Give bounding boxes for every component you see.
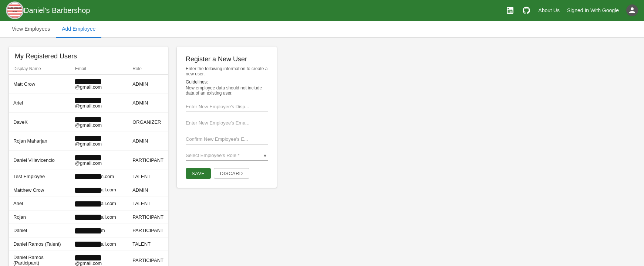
cell-role: PARTICIPANT: [128, 224, 168, 238]
users-card: My Registered Users Display Name Email R…: [9, 47, 168, 266]
cell-display-name: Rojan Maharjan: [9, 132, 71, 151]
subnav-view-employees[interactable]: View Employees: [6, 21, 56, 38]
save-button[interactable]: Save: [186, 168, 211, 179]
table-row: Rojan Maharjan@gmail.comADMIN: [9, 132, 168, 151]
navbar-right: About Us Signed In With Google: [506, 4, 638, 16]
cell-email: @gmail.com: [71, 251, 128, 266]
cell-email: m: [71, 224, 128, 238]
cell-role: PARTICIPANT: [128, 251, 168, 266]
form-actions: Save Discard: [186, 168, 268, 179]
table-row: DanielmPARTICIPANT: [9, 224, 168, 238]
table-row: Ariel@gmail.comADMIN: [9, 93, 168, 113]
cell-role: ADMIN: [128, 75, 168, 94]
cell-email: @gmail.com: [71, 132, 128, 151]
cell-role: TALENT: [128, 170, 168, 183]
cell-display-name: Test Employee: [9, 170, 71, 183]
table-row: Daniel Villavicencio@gmail.comPARTICIPAN…: [9, 151, 168, 170]
page-content: My Registered Users Display Name Email R…: [0, 38, 644, 266]
col-email: Email: [71, 63, 128, 75]
col-role: Role: [128, 63, 168, 75]
cell-display-name: Ariel: [9, 93, 71, 113]
cell-email: @gmail.com: [71, 151, 128, 170]
guidelines-text: New employee data should not include dat…: [186, 85, 268, 96]
cell-role: ADMIN: [128, 132, 168, 151]
users-table: Display Name Email Role Matt Crow@gmail.…: [9, 63, 168, 266]
app-logo: BARBERSHOP MEN'S: [6, 1, 24, 19]
cell-display-name: Matt Crow: [9, 75, 71, 94]
cell-email: ail.com: [71, 183, 128, 197]
github-icon[interactable]: [522, 6, 531, 15]
cell-display-name: Ariel: [9, 197, 71, 210]
cell-display-name: Daniel Ramos (Talent): [9, 237, 71, 251]
users-card-title: My Registered Users: [9, 47, 168, 63]
linkedin-icon[interactable]: [506, 6, 515, 15]
cell-role: ORGANIZER: [128, 113, 168, 132]
table-row: Matthew Crowail.comADMIN: [9, 183, 168, 197]
role-select-field: Select Employee's Role * ADMIN ORGANIZER…: [186, 150, 268, 161]
cell-display-name: Daniel: [9, 224, 71, 238]
email-input[interactable]: [186, 118, 268, 128]
cell-display-name: Daniel Ramos (Participant): [9, 251, 71, 266]
navbar: BARBERSHOP MEN'S Daniel's Barbershop Abo…: [0, 0, 644, 21]
col-display-name: Display Name: [9, 63, 71, 75]
confirm-email-field: [186, 134, 268, 144]
signed-in-label: Signed In With Google: [567, 7, 619, 13]
display-name-input[interactable]: [186, 102, 268, 112]
table-row: Daniel Ramos (Talent)ail.comTALENT: [9, 237, 168, 251]
cell-role: PARTICIPANT: [128, 151, 168, 170]
cell-role: ADMIN: [128, 93, 168, 113]
cell-role: PARTICIPANT: [128, 210, 168, 224]
role-select[interactable]: Select Employee's Role * ADMIN ORGANIZER…: [186, 150, 268, 161]
cell-role: TALENT: [128, 237, 168, 251]
register-form-card: Register a New User Enter the following …: [177, 47, 277, 188]
cell-email: ail.com: [71, 237, 128, 251]
svg-text:MEN'S: MEN'S: [13, 10, 17, 12]
table-row: Rojanail.comPARTICIPANT: [9, 210, 168, 224]
cell-role: TALENT: [128, 197, 168, 210]
register-form-title: Register a New User: [186, 55, 268, 63]
table-row: Arielail.comTALENT: [9, 197, 168, 210]
cell-display-name: Daniel Villavicencio: [9, 151, 71, 170]
cell-email: ail.com: [71, 197, 128, 210]
subnav: View Employees Add Employee: [0, 21, 644, 38]
cell-display-name: DaveK: [9, 113, 71, 132]
user-avatar-icon[interactable]: [626, 4, 638, 16]
cell-email: @gmail.com: [71, 93, 128, 113]
register-form-subtitle: Enter the following information to creat…: [186, 66, 268, 76]
subnav-add-employee[interactable]: Add Employee: [56, 21, 101, 38]
table-row: DaveK@gmail.comORGANIZER: [9, 113, 168, 132]
display-name-field: [186, 102, 268, 112]
cell-display-name: Rojan: [9, 210, 71, 224]
app-title: Daniel's Barbershop: [24, 6, 506, 15]
cell-email: @gmail.com: [71, 113, 128, 132]
cell-role: ADMIN: [128, 183, 168, 197]
guidelines-label: Guidelines:: [186, 79, 268, 85]
table-row: Daniel Ramos (Participant)@gmail.comPART…: [9, 251, 168, 266]
table-row: Test Employeen.comTALENT: [9, 170, 168, 183]
confirm-email-input[interactable]: [186, 134, 268, 144]
cell-email: @gmail.com: [71, 75, 128, 94]
cell-email: n.com: [71, 170, 128, 183]
cell-display-name: Matthew Crow: [9, 183, 71, 197]
email-field: [186, 118, 268, 128]
svg-text:BARBERSHOP: BARBERSHOP: [8, 7, 21, 9]
cell-email: ail.com: [71, 210, 128, 224]
table-row: Matt Crow@gmail.comADMIN: [9, 75, 168, 94]
about-link[interactable]: About Us: [538, 7, 560, 13]
discard-button[interactable]: Discard: [214, 168, 249, 179]
role-select-wrapper: Select Employee's Role * ADMIN ORGANIZER…: [186, 150, 268, 161]
